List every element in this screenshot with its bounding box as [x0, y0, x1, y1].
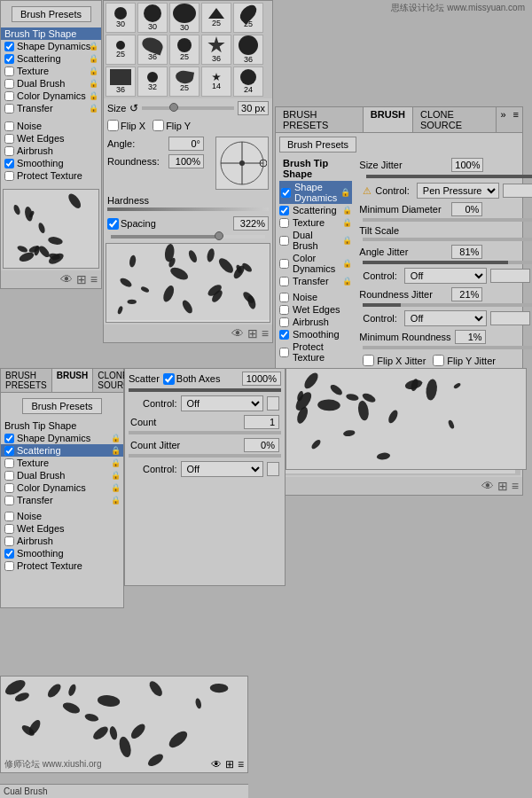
- lower-sidebar-protect-tex[interactable]: Protect Texture: [1, 559, 123, 572]
- tilt-scale-slider[interactable]: [363, 238, 532, 241]
- lower-sidebar-smoothing[interactable]: Smoothing: [1, 547, 123, 559]
- tab-clone-source-right[interactable]: CLONE SOURCE: [413, 107, 497, 132]
- tab-brush-presets-right[interactable]: BRUSH PRESETS: [276, 107, 364, 132]
- smoothing-check[interactable]: [4, 159, 14, 168]
- spacing-check[interactable]: [107, 218, 119, 230]
- angle-jitter-slider[interactable]: [363, 261, 532, 264]
- shape-dynamics-check[interactable]: [4, 42, 14, 51]
- noise-check[interactable]: [4, 121, 14, 131]
- flip-y-check[interactable]: [153, 120, 164, 131]
- size-slider[interactable]: [142, 106, 234, 110]
- sidebar-item-scattering[interactable]: Scattering 🔒: [1, 52, 101, 65]
- grid-icon-mid[interactable]: ⊞: [247, 326, 258, 340]
- lower-sidebar-dual-brush[interactable]: Dual Brush 🔒: [1, 469, 123, 481]
- list-icon-bottom[interactable]: ≡: [238, 758, 244, 771]
- preset-9[interactable]: 36: [201, 35, 231, 65]
- hardness-slider[interactable]: [107, 207, 269, 211]
- count-jitter-control-select[interactable]: Off Pen Pressure: [181, 461, 263, 477]
- sidebar-item-wet-edges[interactable]: Wet Edges: [1, 132, 101, 145]
- rp-smoothing[interactable]: Smoothing: [279, 328, 352, 340]
- lower-sidebar-airbrush[interactable]: Airbrush: [1, 535, 123, 547]
- preset-14[interactable]: 14: [201, 66, 231, 97]
- airbrush-check[interactable]: [4, 146, 14, 156]
- sidebar-item-airbrush[interactable]: Airbrush: [1, 145, 101, 157]
- preset-12[interactable]: 32: [137, 66, 168, 97]
- lower-sidebar-color-dyn[interactable]: Color Dynamics 🔒: [1, 481, 123, 494]
- color-dynamics-check[interactable]: [4, 91, 14, 101]
- grid-icon[interactable]: ⊞: [76, 272, 87, 286]
- sidebar-item-texture[interactable]: Texture 🔒: [1, 65, 101, 77]
- texture-check[interactable]: [4, 66, 14, 76]
- lower-brush-presets-btn[interactable]: Brush Presets: [22, 398, 102, 414]
- preset-4[interactable]: 25: [201, 3, 231, 33]
- lower-sidebar-texture[interactable]: Texture 🔒: [1, 457, 123, 469]
- preset-5[interactable]: 25: [233, 3, 263, 33]
- preset-11[interactable]: 36: [106, 66, 136, 97]
- sidebar-item-shape-dynamics[interactable]: Shape Dynamics 🔒: [1, 40, 101, 52]
- eye-icon-right[interactable]: 👁: [481, 479, 494, 493]
- sidebar-item-dual-brush[interactable]: Dual Brush 🔒: [1, 77, 101, 90]
- grid-icon-right[interactable]: ⊞: [497, 479, 508, 493]
- control-select-3[interactable]: Off Pen Pressure: [404, 310, 487, 326]
- lower-sidebar-transfer[interactable]: Transfer 🔒: [1, 494, 123, 506]
- refresh-icon[interactable]: ↺: [129, 102, 138, 114]
- min-roundness-slider[interactable]: [363, 346, 532, 349]
- rp-scattering[interactable]: Scattering 🔒: [279, 204, 352, 216]
- lower-sidebar-noise[interactable]: Noise: [1, 510, 123, 522]
- count-jitter-slider[interactable]: [129, 454, 281, 458]
- control-select-1[interactable]: Pen Pressure Off: [417, 183, 499, 199]
- preset-6[interactable]: 25: [106, 35, 136, 65]
- rp-airbrush[interactable]: Airbrush: [279, 316, 352, 328]
- scatter-control-select[interactable]: Off Pen Pressure: [181, 395, 263, 411]
- rp-texture[interactable]: Texture 🔒: [279, 216, 352, 229]
- eye-icon-bottom[interactable]: 👁: [211, 758, 222, 771]
- scattering-check[interactable]: [4, 54, 14, 64]
- preset-7[interactable]: 36: [137, 35, 168, 65]
- sidebar-item-transfer[interactable]: Transfer 🔒: [1, 102, 101, 114]
- rp-dual-brush[interactable]: Dual Brush 🔒: [279, 229, 352, 252]
- preset-13[interactable]: 25: [169, 66, 200, 97]
- sidebar-item-smoothing[interactable]: Smoothing: [1, 157, 101, 169]
- preset-10[interactable]: 36: [233, 35, 263, 65]
- preset-8[interactable]: 25: [169, 35, 200, 65]
- list-icon[interactable]: ≡: [90, 272, 98, 286]
- tab-expander-right[interactable]: »: [497, 107, 509, 132]
- sidebar-item-noise[interactable]: Noise: [1, 120, 101, 132]
- flip-x-check[interactable]: [107, 120, 119, 131]
- size-jitter-slider[interactable]: [366, 175, 532, 178]
- count-slider[interactable]: [129, 431, 281, 434]
- grid-icon-bottom[interactable]: ⊞: [225, 758, 234, 771]
- min-diameter-slider[interactable]: [363, 218, 532, 222]
- scatter-slider[interactable]: [129, 388, 281, 392]
- both-axes-check[interactable]: [163, 373, 175, 385]
- lower-sidebar-wet-edges[interactable]: Wet Edges: [1, 522, 123, 535]
- lower-sidebar-shape-dyn[interactable]: Shape Dynamics 🔒: [1, 432, 123, 444]
- preset-1[interactable]: 30: [106, 3, 136, 33]
- brush-presets-btn-right[interactable]: Brush Presets: [279, 137, 356, 153]
- roundness-jitter-slider[interactable]: [363, 303, 532, 307]
- wet-edges-check[interactable]: [4, 134, 14, 144]
- rp-transfer[interactable]: Transfer 🔒: [279, 275, 352, 287]
- dual-brush-check[interactable]: [4, 79, 14, 89]
- brush-presets-button[interactable]: Brush Presets: [12, 6, 91, 22]
- sidebar-item-protect-texture[interactable]: Protect Texture: [1, 169, 101, 182]
- lower-sidebar-brush-tip[interactable]: Brush Tip Shape: [1, 419, 123, 432]
- tab-brush-presets-lower[interactable]: BRUSH PRESETS: [1, 369, 52, 392]
- tab-brush-lower[interactable]: BRUSH: [52, 369, 94, 392]
- control-select-2[interactable]: Off Pen Pressure: [404, 268, 487, 284]
- transfer-check[interactable]: [4, 104, 14, 113]
- spacing-slider[interactable]: [111, 235, 265, 239]
- list-icon-right[interactable]: ≡: [512, 479, 519, 493]
- eye-icon-mid[interactable]: 👁: [231, 326, 244, 340]
- rp-noise[interactable]: Noise: [279, 291, 352, 303]
- flip-y-jitter-check[interactable]: [433, 355, 444, 366]
- rp-shape-dynamics[interactable]: Shape Dynamics 🔒: [279, 181, 352, 204]
- panel-menu-right[interactable]: ≡: [510, 107, 522, 132]
- rp-color-dynamics[interactable]: Color Dynamics 🔒: [279, 252, 352, 275]
- preset-2[interactable]: 30: [137, 3, 168, 33]
- flip-x-jitter-check[interactable]: [363, 355, 374, 366]
- list-icon-mid[interactable]: ≡: [262, 326, 269, 340]
- sidebar-item-brush-tip-shape[interactable]: Brush Tip Shape: [1, 27, 101, 40]
- rp-protect-texture[interactable]: Protect Texture: [279, 340, 352, 364]
- preset-15[interactable]: 24: [233, 66, 263, 97]
